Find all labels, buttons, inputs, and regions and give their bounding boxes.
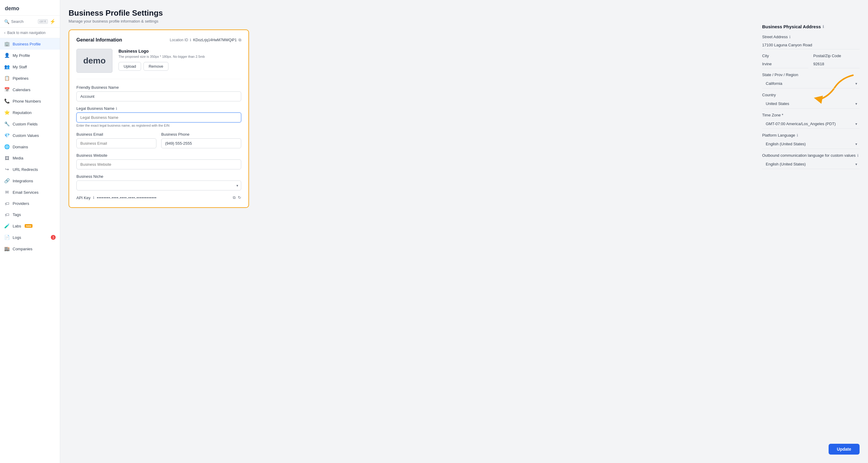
back-to-main-nav[interactable]: ‹ Back to main navigation bbox=[0, 28, 60, 38]
sidebar-item-phone-numbers[interactable]: 📞Phone Numbers bbox=[0, 95, 60, 107]
sidebar-item-calendars[interactable]: 📅Calendars bbox=[0, 84, 60, 95]
main-content: Business Profile Settings Manage your bu… bbox=[60, 0, 868, 463]
address-form: Street Address ℹ City Postal/Zip Code St… bbox=[762, 35, 860, 169]
sidebar-item-my-profile[interactable]: 👤My Profile bbox=[0, 50, 60, 61]
sidebar-item-integrations[interactable]: 🔗Integrations bbox=[0, 175, 60, 187]
friendly-name-input[interactable] bbox=[76, 91, 241, 101]
state-select[interactable]: California bbox=[762, 79, 860, 88]
platform-lang-label: Platform Language ℹ bbox=[762, 133, 860, 137]
domains-icon: 🌐 bbox=[4, 144, 10, 150]
timezone-select-wrapper: GMT-07:00 America/Los_Angeles (PDT) bbox=[762, 119, 860, 129]
street-input[interactable] bbox=[762, 41, 860, 49]
back-nav-label: Back to main navigation bbox=[7, 31, 45, 35]
legal-name-group: Legal Business Name ℹ Enter the exact le… bbox=[76, 106, 241, 127]
outbound-lang-info-icon: ℹ bbox=[857, 153, 859, 158]
sidebar-item-custom-fields[interactable]: 🔧Custom Fields bbox=[0, 118, 60, 130]
sidebar-item-domains[interactable]: 🌐Domains bbox=[0, 141, 60, 153]
sidebar-item-url-redirects[interactable]: ↪URL Redirects bbox=[0, 164, 60, 175]
sidebar-item-providers[interactable]: 🏷Providers bbox=[0, 198, 60, 209]
physical-address-title: Business Physical Address ℹ bbox=[762, 24, 860, 29]
logs-icon: 📄 bbox=[4, 235, 10, 240]
website-input[interactable] bbox=[76, 159, 241, 169]
state-label: State / Prov / Region bbox=[762, 72, 860, 77]
sidebar-item-companies[interactable]: 🏬Companies bbox=[0, 243, 60, 254]
city-input[interactable] bbox=[762, 60, 808, 68]
calendars-icon: 📅 bbox=[4, 87, 10, 92]
search-bar[interactable]: 🔍 Search ctrl K ⚡ bbox=[0, 16, 60, 28]
api-key-copy-icon[interactable]: ⧉ bbox=[233, 195, 236, 200]
location-id-area: Location ID ℹ KDozLrjq14HwM7MWQiP1 ⧉ bbox=[170, 38, 241, 42]
outbound-lang-select[interactable]: English (United States) bbox=[762, 159, 860, 169]
sidebar-item-label-providers: Providers bbox=[12, 201, 29, 206]
logo-hint: The proposed size is 350px * 180px. No b… bbox=[119, 55, 241, 58]
sidebar-item-label-calendars: Calendars bbox=[12, 88, 30, 92]
zip-input[interactable] bbox=[813, 60, 860, 68]
city-label: City bbox=[762, 54, 808, 58]
upload-button[interactable]: Upload bbox=[119, 62, 141, 71]
page-subtitle: Manage your business profile information… bbox=[69, 19, 745, 24]
legal-name-hint: Enter the exact legal business name, as … bbox=[76, 124, 241, 127]
copy-icon[interactable]: ⧉ bbox=[239, 38, 241, 42]
legal-name-input[interactable] bbox=[76, 113, 241, 122]
business-profile-icon: 🏢 bbox=[4, 41, 10, 47]
sidebar-item-label-media: Media bbox=[12, 156, 23, 160]
sidebar-item-labs[interactable]: 🧪Labsnew bbox=[0, 220, 60, 232]
logo-buttons: Upload Remove bbox=[119, 62, 241, 71]
sidebar-item-media[interactable]: 🖼Media bbox=[0, 153, 60, 164]
sidebar-item-email-services[interactable]: ✉Email Services bbox=[0, 187, 60, 198]
phone-numbers-icon: 📞 bbox=[4, 98, 10, 104]
sidebar-item-label-custom-fields: Custom Fields bbox=[12, 122, 38, 126]
sidebar-item-label-companies: Companies bbox=[12, 247, 32, 251]
search-kbd: ctrl K bbox=[38, 19, 48, 24]
sidebar-item-label-domains: Domains bbox=[12, 145, 28, 149]
sidebar-item-custom-values[interactable]: 💎Custom Values bbox=[0, 130, 60, 141]
tags-icon: 🏷 bbox=[4, 212, 10, 217]
flash-icon: ⚡ bbox=[50, 19, 56, 24]
email-services-icon: ✉ bbox=[4, 189, 10, 195]
update-button[interactable]: Update bbox=[829, 444, 860, 455]
sidebar-item-logs[interactable]: 📄Logs3 bbox=[0, 232, 60, 243]
api-key-info-icon: ℹ bbox=[93, 195, 94, 200]
providers-icon: 🏷 bbox=[4, 201, 10, 206]
logo-preview: demo bbox=[76, 49, 113, 73]
zip-group: Postal/Zip Code bbox=[813, 54, 860, 68]
city-group: City bbox=[762, 54, 808, 68]
phone-group: Business Phone bbox=[161, 132, 241, 148]
custom-fields-icon: 🔧 bbox=[4, 121, 10, 127]
sidebar-item-my-staff[interactable]: 👥My Staff bbox=[0, 61, 60, 72]
platform-lang-info-icon: ℹ bbox=[797, 133, 798, 137]
timezone-label: Time Zone * bbox=[762, 113, 860, 117]
api-key-refresh-icon[interactable]: ↻ bbox=[238, 195, 241, 200]
sidebar-item-business-profile[interactable]: 🏢Business Profile bbox=[0, 38, 60, 50]
api-key-label: API Key bbox=[76, 195, 91, 200]
custom-values-icon: 💎 bbox=[4, 133, 10, 138]
street-label: Street Address ℹ bbox=[762, 35, 860, 39]
chevron-left-icon: ‹ bbox=[4, 31, 5, 35]
sidebar-item-label-integrations: Integrations bbox=[12, 179, 33, 183]
sidebar-item-reputation[interactable]: ⭐Reputation bbox=[0, 107, 60, 118]
street-group: Street Address ℹ bbox=[762, 35, 860, 49]
platform-lang-select[interactable]: English (United States) bbox=[762, 139, 860, 149]
physical-address-info-icon: ℹ bbox=[823, 25, 824, 29]
remove-button[interactable]: Remove bbox=[144, 62, 168, 71]
street-info-icon: ℹ bbox=[789, 35, 791, 39]
sidebar-item-tags[interactable]: 🏷Tags bbox=[0, 209, 60, 220]
email-input[interactable] bbox=[76, 138, 156, 148]
sidebar-item-label-reputation: Reputation bbox=[12, 111, 32, 115]
phone-input[interactable] bbox=[161, 138, 241, 148]
email-phone-row: Business Email Business Phone bbox=[76, 132, 241, 153]
api-key-icons: ⧉ ↻ bbox=[233, 195, 241, 200]
sidebar-item-label-url-redirects: URL Redirects bbox=[12, 167, 38, 172]
sidebar-item-label-labs: Labs bbox=[12, 224, 21, 228]
niche-input[interactable] bbox=[76, 181, 241, 190]
country-select-wrapper: United States bbox=[762, 99, 860, 109]
legal-name-info-icon: ℹ bbox=[116, 106, 117, 111]
timezone-select[interactable]: GMT-07:00 America/Los_Angeles (PDT) bbox=[762, 119, 860, 129]
country-select[interactable]: United States bbox=[762, 99, 860, 109]
api-key-row: API Key ℹ ••••••••-••••-••••-••••-••••••… bbox=[76, 195, 241, 200]
platform-lang-select-wrapper: English (United States) bbox=[762, 139, 860, 149]
general-info-card: General Information Location ID ℹ KDozLr… bbox=[69, 29, 249, 208]
my-profile-icon: 👤 bbox=[4, 53, 10, 58]
right-panel: Business Physical Address ℹ Street Addre… bbox=[754, 0, 868, 463]
sidebar-item-pipelines[interactable]: 📋Pipelines bbox=[0, 72, 60, 84]
